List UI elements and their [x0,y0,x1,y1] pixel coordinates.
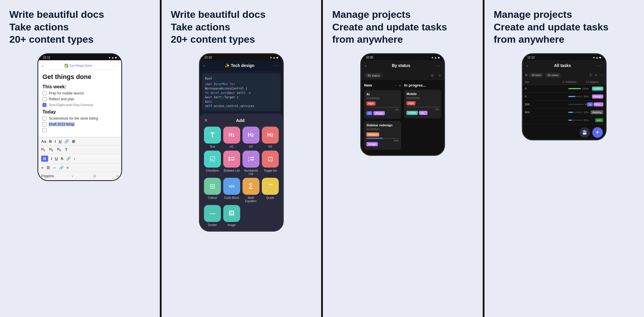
content-type-h1[interactable]: H1 H1 [223,127,240,148]
checkbox-today-2[interactable] [42,122,46,126]
kanban-col-inprogress: In progres... Mobile 01/10/2024 High 0% [404,83,441,152]
back-button-1[interactable]: ‹ [42,63,44,69]
task-s-icon[interactable]: S [590,73,592,77]
h2-label: H2 [249,145,253,148]
content-type-quote[interactable]: " " Quote [262,178,279,203]
emoji-1: ✅ [64,64,68,68]
misc-list2[interactable]: ☰ [46,166,50,170]
content-type-bulleted[interactable]: Bulleted List [223,151,240,175]
format-strike[interactable]: S [61,156,63,161]
tag-ai: Ai [366,111,372,115]
kanban-new-add[interactable]: + [399,83,401,88]
svg-rect-3 [231,159,235,160]
checkbox-1[interactable] [42,91,46,95]
more-button-4[interactable]: ··· [597,63,602,68]
content-type-checkbox[interactable]: ☑ Checkbox [204,151,221,175]
content-type-h2[interactable]: H2 H2 [243,127,259,148]
fab-save-button[interactable]: 💾 [579,127,590,138]
kanban-card-ai[interactable]: Ai 01/29/2024 High 0% Ai design [364,90,401,119]
content-type-callout[interactable]: ⊟ Callout [204,178,221,203]
content-type-text[interactable]: T Text [204,127,221,148]
format-italic[interactable]: I [51,156,52,161]
col-header-category: ≡ Category [586,80,603,83]
code-line-4: &mut Self::Target { [205,95,278,99]
toolbar-more-1[interactable]: ⊞ [72,139,75,144]
misc-list1[interactable]: ≡ [41,166,44,170]
phone-4: 11:12 ● ▲ ■ ‹ All tasks ··· ⊞ All tasks … [522,53,607,140]
more-button-2[interactable]: ··· [274,63,279,68]
font-align-icon[interactable]: ≡ [116,174,118,178]
toolbar-link-1[interactable]: 🔗 [64,139,69,144]
filter-list-icon[interactable]: ≡ [439,73,441,77]
code-line-1: impl DerefMut for [205,82,278,86]
format-indent[interactable]: › [74,156,75,161]
format-link[interactable]: 🔗 [66,156,71,161]
checkbox-today-1[interactable] [42,116,46,120]
checkbox-today-3[interactable] [42,128,46,132]
kanban-new-header: New ··· + [364,83,401,88]
doc-title-1: Get things done [42,73,117,81]
checkbox-3[interactable]: ✓ [42,103,46,107]
toolbar-aa[interactable]: Aa [41,139,46,144]
filter-all-tasks[interactable]: All tasks [529,73,544,77]
phone2-main: ‹ ✨ Tech design ··· Rust ··· impl DerefM… [200,60,283,231]
format-bold-active[interactable]: B [41,156,48,162]
heading-t[interactable]: T [65,147,67,152]
card-sidebar-progress-bg [366,138,399,139]
checkbox-2[interactable] [42,97,46,101]
content-type-toggle[interactable]: ⊡ Toggle list [262,151,279,175]
filter-by-status[interactable]: By status [365,73,382,78]
back-button-4[interactable]: ‹ [526,63,528,69]
content-type-image[interactable]: 🖼 Image [223,205,240,227]
panel-write-docs-2: Write beautiful docs Take actions 20+ co… [162,0,321,317]
font-arrow[interactable]: › [72,174,73,178]
task-row-2[interactable]: n 50% design [523,93,606,101]
toolbar-italic-1[interactable]: I [55,139,56,144]
kanban-card-mobile[interactable]: Mobile 01/10/2024 High 0% mobile de... [404,90,441,118]
filter-by-status[interactable]: By status [545,73,561,77]
content-type-h3[interactable]: H3 H3 [262,127,279,148]
misc-link[interactable]: 🔗 [59,166,64,170]
kanban-new-more[interactable]: ··· [395,83,398,88]
heading-h2[interactable]: H2 [49,147,53,152]
phone-3: 10:35 ● ▲ ■ ‹ By status ··· By status ⊙ … [360,53,445,156]
toolbar-bold-1[interactable]: B [49,139,52,144]
fab-add-button[interactable]: + [592,127,603,138]
task-row-3[interactable]: tion 0% Ai desi... [523,101,606,108]
more-button-1[interactable]: ··· [113,63,118,68]
task-filter-row: ⊞ All tasks By status S ⊙ ··· [523,71,606,79]
svg-rect-5 [250,157,254,158]
misc-align[interactable]: ≡ [67,166,69,170]
heading-h1[interactable]: H1 [41,147,45,152]
svg-rect-1 [231,157,235,158]
close-button[interactable]: ✕ [204,118,208,123]
task-view-icon[interactable]: ⊞ [525,73,527,77]
quote-label: Quote [266,196,274,199]
format-underline[interactable]: U [55,156,58,161]
code-more[interactable]: ··· [272,76,278,81]
back-button-2[interactable]: ‹ [203,63,205,69]
task-tag-2: design [592,94,603,99]
task-row-1[interactable]: n 100% mobile [523,85,606,93]
code-icon: </> [223,178,240,195]
content-type-divider[interactable]: — Divider [204,205,221,227]
toolbar-underline-1[interactable]: U [59,139,61,144]
heading-h3[interactable]: H3 [57,147,61,152]
task-more-icon[interactable]: ··· [601,73,603,77]
task-pct-2: 50% [584,95,589,98]
back-button-3[interactable]: ‹ [365,63,366,69]
todo-text-today-2: Draft 2023 Wrap [49,122,75,126]
filter-settings-icon[interactable]: ⊙ [431,73,434,77]
content-type-numbered[interactable]: 1.2. Numbered List [243,151,259,175]
font-format-icon[interactable]: ⊟ [93,174,96,178]
code-label: Code Block [224,196,239,199]
more-button-3[interactable]: ··· [436,63,441,68]
content-type-math[interactable]: Σ Math Equation [243,178,259,203]
category-icon: ≡ [586,80,587,83]
task-settings-icon[interactable]: ⊙ [595,73,597,77]
task-row-4[interactable]: tion 33% desktop [523,108,606,116]
content-type-code[interactable]: </> Code Block [223,178,240,203]
kanban-card-sidebar[interactable]: Sidebar redesign 01/23/2024 Medium 50% d… [364,121,401,150]
misc-dots[interactable]: ··· [53,166,56,170]
task-row-5[interactable]: 25% web [523,116,606,124]
